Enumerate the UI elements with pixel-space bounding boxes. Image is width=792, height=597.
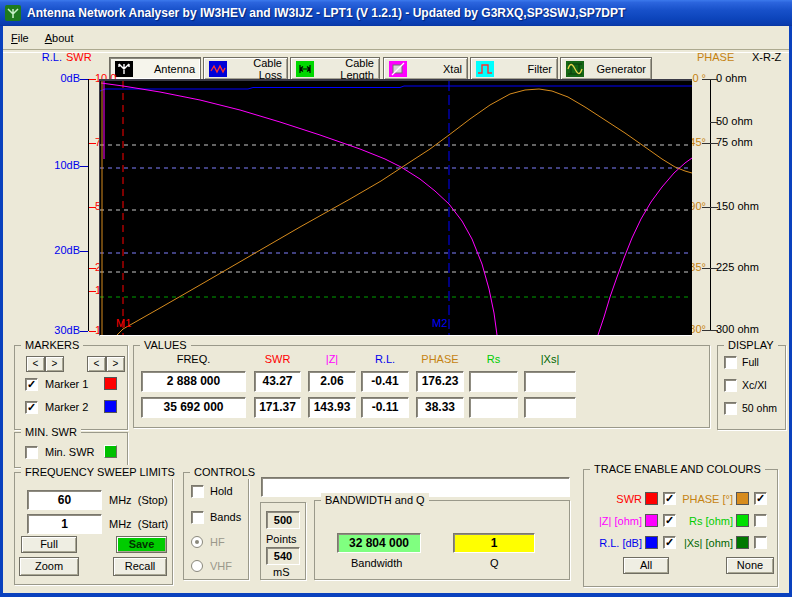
toolbar-button-cable-length[interactable]: Cable Length — [290, 57, 380, 80]
values-column-header-phase: PHASE — [416, 353, 464, 365]
title-bar[interactable]: Antenna Network Analyser by IW3HEV and I… — [0, 0, 792, 26]
display-50-ohm-checkbox[interactable] — [724, 402, 737, 415]
trace-r-l-db-color-swatch[interactable] — [645, 536, 658, 549]
toolbar-button-label: Cable Length — [314, 57, 374, 81]
axis-tick — [710, 330, 718, 331]
values-column-header-z: |Z| — [308, 353, 356, 365]
trace-swr-checkbox[interactable]: ✓ — [663, 492, 676, 505]
controls-bands-checkbox[interactable] — [191, 511, 204, 524]
controls-vhf-label: VHF — [210, 560, 232, 572]
axis-tick — [89, 291, 96, 292]
marker-1-color-swatch[interactable] — [104, 377, 117, 390]
min-swr-group: MIN. SWR Min. SWR — [14, 432, 128, 468]
controls-vhf-radio[interactable] — [191, 560, 203, 572]
axis-tick — [702, 268, 710, 269]
zoom-button[interactable]: Zoom — [19, 557, 79, 576]
cable-length-icon — [296, 61, 314, 77]
values-cell-m2-r-l: -0.11 — [361, 397, 409, 418]
controls-hold-label: Hold — [210, 485, 233, 497]
window-border-left — [0, 24, 3, 597]
values-cell-m2-z: 143.93 — [308, 397, 356, 418]
axis-tick-label: 50 ohm — [716, 115, 780, 127]
trace-rs-ohm-checkbox[interactable] — [754, 514, 767, 527]
trace-all-button[interactable]: All — [623, 557, 669, 574]
controls-hf-label: HF — [210, 536, 225, 548]
marker-2-checkbox[interactable]: ✓ — [25, 401, 38, 414]
full-sweep-button[interactable]: Full — [21, 536, 77, 553]
display-full-checkbox[interactable] — [724, 356, 737, 369]
axis-tick — [710, 143, 718, 144]
axis-tick-label: 0dB — [36, 72, 80, 84]
display-group: DISPLAY FullXc/Xl50 ohm — [717, 345, 786, 430]
points-panel: 500 Points 540 mS — [260, 502, 306, 580]
values-cell-m2-xs — [524, 397, 576, 418]
save-button[interactable]: Save — [116, 536, 167, 553]
axis-tick — [89, 331, 96, 332]
values-group: VALUES FREQ.SWR|Z|R.L.PHASERs|Xs|2 888 0… — [133, 345, 710, 428]
trace-none-button[interactable]: None — [726, 557, 774, 574]
marker-2-step-back-button[interactable]: < — [87, 356, 106, 372]
min-swr-color-swatch[interactable] — [104, 445, 117, 458]
trace-rs-ohm-label: Rs [ohm] — [677, 515, 733, 527]
toolbar-button-xtal[interactable]: Xtal — [383, 57, 468, 80]
q-label: Q — [490, 557, 499, 569]
trace-return-loss — [100, 86, 692, 91]
recall-button[interactable]: Recall — [113, 557, 167, 576]
display-xc-xl-checkbox[interactable] — [724, 379, 737, 392]
controls-group-title: CONTROLS — [190, 465, 259, 479]
menu-file[interactable]: File — [3, 30, 37, 46]
axis-line — [88, 79, 89, 331]
values-cell-m1-xs — [524, 371, 576, 392]
marker-1-step-back-button[interactable]: < — [26, 356, 45, 372]
toolbar-button-generator[interactable]: Generator — [560, 57, 652, 80]
menu-about[interactable]: About — [37, 30, 82, 46]
controls-hf-radio[interactable] — [191, 536, 203, 548]
swr-axis-header: SWR — [66, 51, 96, 63]
filter-icon — [476, 61, 494, 77]
values-group-title: VALUES — [140, 338, 191, 352]
trace-z-ohm-checkbox[interactable]: ✓ — [663, 514, 676, 527]
trace-rs-ohm-color-swatch[interactable] — [736, 514, 749, 527]
bandwidth-value: 32 804 000 — [337, 533, 421, 553]
values-cell-m1-r-l: -0.41 — [361, 371, 409, 392]
values-cell-m1-phase: 176.23 — [416, 371, 464, 392]
axis-tick-label: 300 ohm — [716, 323, 780, 335]
toolbar-button-filter[interactable]: Filter — [470, 57, 558, 80]
trace-xs-ohm-color-swatch[interactable] — [736, 536, 749, 549]
marker-1-step-forward-button[interactable]: > — [45, 356, 64, 372]
trace-phase-color-swatch[interactable] — [736, 492, 749, 505]
stop-frequency-input[interactable] — [27, 490, 102, 510]
marker-1-label: Marker 1 — [45, 378, 88, 390]
trace-r-l-db-checkbox[interactable]: ✓ — [663, 536, 676, 549]
display-50-ohm-label: 50 ohm — [742, 402, 777, 414]
axis-tick — [89, 268, 96, 269]
values-cell-m2-phase: 38.33 — [416, 397, 464, 418]
window-border-bottom — [0, 593, 792, 597]
trace-z-ohm-color-swatch[interactable] — [645, 514, 658, 527]
min-swr-checkbox[interactable] — [25, 446, 38, 459]
rl-axis-header: R.L. — [32, 51, 62, 63]
controls-group: CONTROLS HoldBandsHFVHF — [183, 472, 249, 580]
start-frequency-input[interactable] — [27, 514, 102, 534]
display-full-label: Full — [742, 356, 759, 368]
marker-1-checkbox[interactable]: ✓ — [25, 378, 38, 391]
marker-2-step-forward-button[interactable]: > — [106, 356, 125, 372]
axis-tick — [80, 79, 88, 80]
trace-xs-ohm-checkbox[interactable] — [754, 536, 767, 549]
points-value: 500 — [266, 511, 300, 529]
trace-z-ohm-label: |Z| [ohm] — [586, 515, 642, 527]
start-frequency-label: MHz (Start) — [109, 518, 168, 530]
trace-phase-checkbox[interactable]: ✓ — [754, 492, 767, 505]
axis-tick — [702, 79, 710, 80]
toolbar-button-cable-loss[interactable]: Cable Loss — [203, 57, 288, 80]
marker-2-color-swatch[interactable] — [104, 400, 117, 413]
trace-swr-color-swatch[interactable] — [645, 492, 658, 505]
chart-plot[interactable]: M1M2 — [99, 79, 692, 336]
controls-hold-checkbox[interactable] — [191, 485, 204, 498]
axis-tick-label: 75 ohm — [716, 136, 780, 148]
axis-tick — [710, 122, 718, 123]
generator-icon — [566, 61, 584, 77]
bandwidth-label: Bandwidth — [351, 557, 402, 569]
values-cell-m1-swr: 43.27 — [254, 371, 301, 392]
sweep-time-label: mS — [273, 566, 290, 578]
